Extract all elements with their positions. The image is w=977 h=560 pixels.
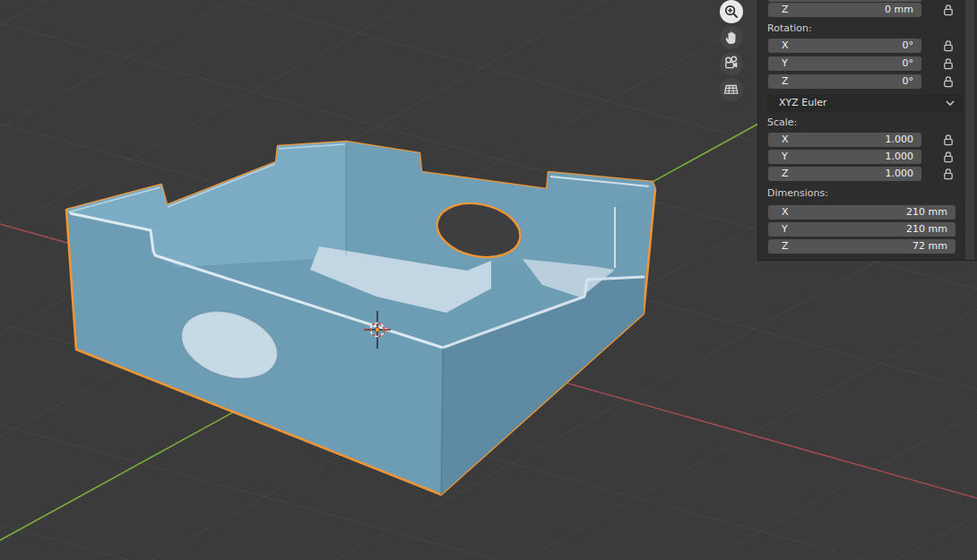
unlock-icon[interactable] — [942, 75, 955, 88]
dimensions-y-field[interactable]: Y 210 mm — [768, 222, 955, 237]
camera-view-button[interactable] — [720, 52, 743, 75]
field-value: 0° — [903, 56, 914, 71]
field-value: 72 mm — [912, 239, 947, 254]
scale-x-field[interactable]: X 1.000 — [768, 133, 921, 147]
axis-label: X — [782, 39, 789, 53]
axis-label: Y — [782, 56, 788, 71]
rotation-x-field[interactable]: X 0° — [768, 39, 921, 53]
transform-panel: Z 0 mm Rotation: X 0° Y 0° Z 0° — [757, 0, 977, 261]
unlock-icon[interactable] — [942, 151, 955, 163]
rotation-mode-dropdown[interactable]: XYZ Euler — [767, 94, 964, 112]
axis-label: Y — [782, 222, 788, 237]
rotation-z-field[interactable]: Z 0° — [768, 74, 921, 89]
axis-label: X — [782, 205, 789, 220]
field-value: 210 mm — [906, 222, 947, 237]
hand-icon — [720, 26, 743, 49]
scale-z-field[interactable]: Z 1.000 — [768, 167, 921, 181]
dimensions-x-field[interactable]: X 210 mm — [768, 205, 955, 220]
ortho-grid-icon — [720, 78, 743, 101]
scale-y-field[interactable]: Y 1.000 — [768, 150, 921, 164]
field-value: 0° — [903, 74, 914, 89]
axis-label: Z — [782, 239, 789, 254]
field-value: 0° — [903, 39, 914, 53]
field-value: 1.000 — [886, 133, 914, 147]
dimensions-z-field[interactable]: Z 72 mm — [768, 239, 955, 254]
zoom-icon — [720, 0, 743, 23]
object-origin-dot — [375, 327, 379, 332]
unlock-icon[interactable] — [942, 39, 955, 52]
dimensions-section-label: Dimensions: — [767, 187, 828, 199]
unlock-icon[interactable] — [942, 57, 955, 70]
axis-label: Z — [782, 74, 789, 89]
blender-window: Z 0 mm Rotation: X 0° Y 0° Z 0° — [0, 0, 977, 560]
field-value: 210 mm — [906, 205, 947, 220]
dropdown-value: XYZ Euler — [779, 94, 827, 112]
chevron-down-icon — [946, 100, 955, 106]
unlock-icon[interactable] — [942, 134, 955, 146]
panel-edge — [965, 0, 974, 260]
rotation-section-label: Rotation: — [767, 22, 812, 34]
scale-section-label: Scale: — [767, 116, 797, 128]
rotation-y-field[interactable]: Y 0° — [768, 56, 921, 71]
axis-label: Z — [782, 3, 789, 17]
zoom-button[interactable] — [720, 0, 743, 23]
field-value: 1.000 — [886, 167, 914, 181]
unlock-icon[interactable] — [942, 168, 955, 180]
location-y-field-partial[interactable] — [768, 0, 921, 2]
pan-button[interactable] — [720, 26, 743, 49]
axis-label: Y — [782, 150, 788, 164]
axis-label: Z — [782, 167, 789, 181]
field-value: 1.000 — [886, 150, 914, 164]
field-value: 0 mm — [885, 3, 913, 17]
ortho-toggle-button[interactable] — [720, 78, 743, 101]
camera-icon — [720, 52, 743, 75]
axis-label: X — [782, 133, 789, 147]
unlock-icon[interactable] — [942, 4, 955, 16]
location-z-field[interactable]: Z 0 mm — [768, 3, 921, 17]
